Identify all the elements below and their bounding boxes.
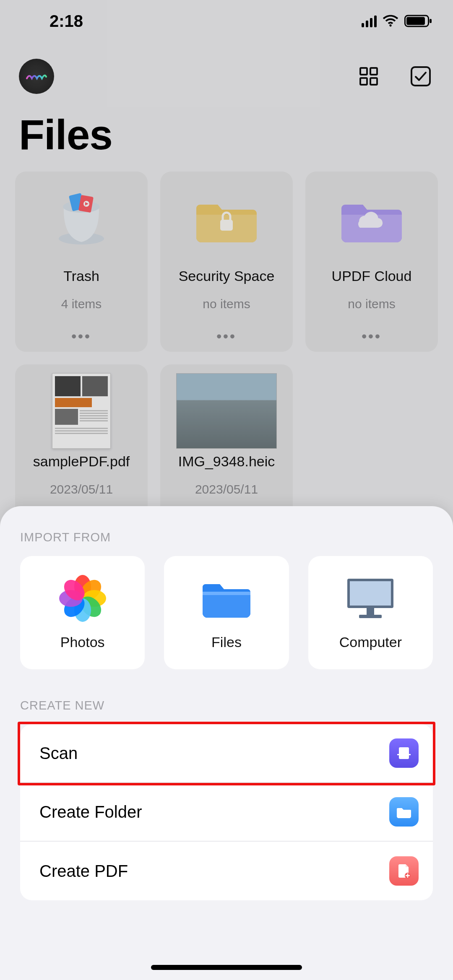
lock-folder-icon [189, 187, 264, 250]
more-icon[interactable]: ••• [71, 320, 91, 344]
file-name: IMG_9348.heic [178, 453, 275, 470]
pdf-icon [389, 856, 419, 886]
svg-rect-20 [397, 754, 411, 755]
files-icon [199, 575, 254, 621]
svg-rect-18 [359, 615, 382, 618]
import-computer-button[interactable]: Computer [308, 556, 433, 669]
home-indicator[interactable] [151, 965, 302, 970]
create-label: Create Folder [39, 803, 142, 821]
create-pdf-button[interactable]: Create PDF [20, 842, 433, 900]
wifi-icon [383, 15, 398, 27]
document-thumbnail [44, 380, 119, 442]
svg-rect-7 [411, 67, 430, 86]
file-card-trash[interactable]: Trash 4 items ••• [15, 172, 148, 352]
create-label: Create PDF [39, 862, 128, 881]
file-meta: 2023/05/11 [195, 482, 258, 496]
trash-icon [44, 187, 119, 250]
file-card-cloud[interactable]: UPDF Cloud no items ••• [305, 172, 438, 352]
select-icon[interactable] [409, 65, 432, 88]
action-sheet: IMPORT FROM Photos Files [0, 506, 453, 980]
file-name: Security Space [179, 268, 275, 284]
folder-icon [389, 797, 419, 827]
more-icon[interactable]: ••• [216, 320, 237, 344]
svg-rect-2 [430, 19, 432, 23]
svg-rect-13 [220, 220, 233, 231]
cloud-folder-icon [334, 187, 409, 250]
file-card-security[interactable]: Security Space no items ••• [160, 172, 293, 352]
page-title: Files [0, 98, 453, 172]
svg-rect-17 [367, 608, 374, 615]
svg-rect-14 [203, 592, 250, 595]
file-meta: 4 items [61, 297, 102, 311]
create-label: Scan [39, 744, 78, 763]
file-meta: 2023/05/11 [50, 482, 113, 496]
file-meta: no items [348, 297, 395, 311]
svg-rect-5 [360, 78, 367, 85]
file-grid: Trash 4 items ••• Security Space no item… [0, 172, 453, 545]
svg-rect-19 [399, 747, 409, 759]
file-name: samplePDF.pdf [33, 453, 130, 470]
file-meta: no items [203, 297, 250, 311]
file-name: UPDF Cloud [332, 268, 412, 284]
scan-button[interactable]: Scan [20, 724, 433, 783]
photos-icon [55, 575, 110, 621]
import-label: Computer [339, 634, 402, 650]
computer-icon [343, 575, 398, 621]
import-section-title: IMPORT FROM [20, 530, 433, 544]
status-icons [362, 15, 432, 27]
create-list: Scan Create Folder Create PDF [20, 724, 433, 900]
svg-rect-3 [360, 68, 367, 75]
app-logo[interactable] [19, 59, 54, 94]
status-bar: 2:18 [0, 0, 453, 42]
svg-rect-16 [350, 581, 391, 606]
scan-icon [389, 738, 419, 768]
status-time: 2:18 [49, 12, 83, 31]
cellular-icon [362, 15, 377, 27]
import-photos-button[interactable]: Photos [20, 556, 145, 669]
header [0, 42, 453, 98]
svg-rect-4 [370, 68, 377, 75]
more-icon[interactable]: ••• [362, 320, 382, 344]
battery-icon [404, 15, 432, 27]
import-label: Photos [60, 634, 105, 650]
create-folder-button[interactable]: Create Folder [20, 783, 433, 842]
image-thumbnail [176, 380, 277, 442]
file-name: Trash [63, 268, 99, 284]
svg-rect-1 [406, 17, 425, 25]
grid-view-icon[interactable] [357, 65, 380, 88]
import-files-button[interactable]: Files [164, 556, 289, 669]
create-section-title: CREATE NEW [20, 699, 433, 712]
svg-rect-6 [370, 78, 377, 85]
import-label: Files [211, 634, 242, 650]
